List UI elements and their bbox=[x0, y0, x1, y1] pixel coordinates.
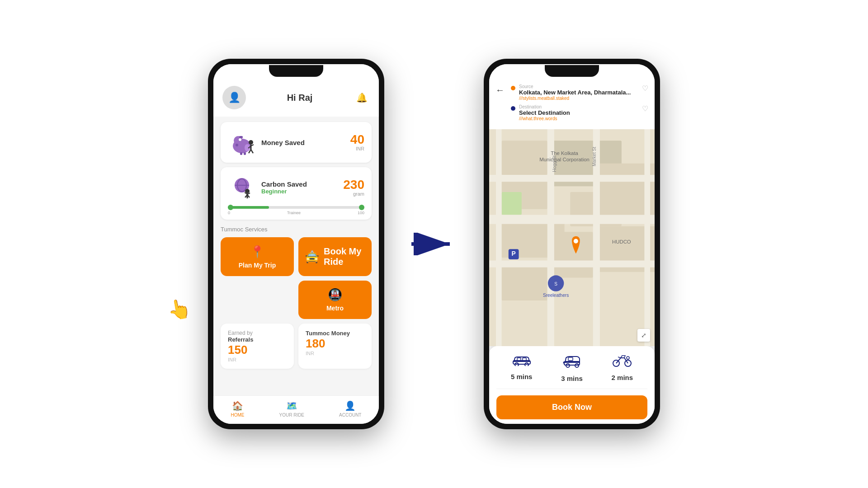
nav-your-ride[interactable]: 🗺️ YOUR RIDE bbox=[279, 400, 304, 418]
right-phone: ← Source Kolkata, New Market Area, Dharm… bbox=[484, 59, 660, 429]
tummoc-money-unit: INR bbox=[306, 351, 364, 356]
tummoc-money-value: 180 bbox=[306, 337, 364, 351]
home-nav-icon: 🏠 bbox=[232, 400, 243, 411]
account-nav-label: ACCOUNT bbox=[339, 413, 361, 418]
destination-heart-icon[interactable]: ♡ bbox=[642, 104, 648, 113]
svg-rect-31 bbox=[502, 266, 547, 300]
referrals-sub: Earned by bbox=[228, 330, 287, 336]
money-illustration bbox=[228, 128, 256, 156]
direction-arrow bbox=[411, 233, 457, 255]
transport-bike[interactable]: 2 mins bbox=[612, 353, 633, 382]
svg-rect-62 bbox=[568, 357, 573, 361]
destination-address[interactable]: Select Destination bbox=[519, 109, 638, 116]
arrow-container bbox=[411, 233, 457, 255]
auto-icon bbox=[561, 353, 582, 371]
nav-account[interactable]: 👤 ACCOUNT bbox=[339, 400, 361, 418]
money-saved-value: 40 bbox=[350, 133, 364, 146]
svg-point-53 bbox=[574, 239, 578, 244]
carbon-sub-label: Beginner bbox=[261, 188, 338, 195]
nav-home[interactable]: 🏠 HOME bbox=[231, 400, 244, 418]
svg-rect-41 bbox=[496, 129, 502, 346]
metro-label: Metro bbox=[326, 305, 344, 312]
tummoc-money-widget: Tummoc Money 180 INR bbox=[298, 324, 372, 369]
destination-dot bbox=[511, 106, 515, 111]
carbon-value: 230 bbox=[343, 178, 364, 191]
money-saved-value-group: 40 INR bbox=[350, 133, 364, 151]
destination-words: ///what.three.words bbox=[519, 116, 638, 121]
book-now-button[interactable]: Book Now bbox=[496, 395, 647, 419]
metro-button[interactable]: 🚇 Metro bbox=[298, 281, 372, 319]
auto-time: 3 mins bbox=[561, 375, 583, 382]
carbon-value-group: 230 gram bbox=[343, 178, 364, 197]
source-label: Source bbox=[519, 84, 638, 89]
plan-my-trip-button[interactable]: 📍 Plan My Trip bbox=[221, 237, 294, 276]
back-button[interactable]: ← bbox=[495, 84, 507, 96]
progress-dot-end bbox=[359, 205, 364, 210]
carbon-label: Carbon Saved bbox=[261, 180, 338, 188]
transport-auto[interactable]: 3 mins bbox=[561, 353, 583, 382]
destination-label: Destination bbox=[519, 104, 638, 109]
left-phone: 👤 Hi Raj 🔔 bbox=[208, 59, 384, 429]
carbon-saved-card: Carbon Saved Beginner 230 gram bbox=[221, 167, 372, 220]
avatar: 👤 bbox=[222, 86, 246, 109]
ride-nav-icon: 🗺️ bbox=[286, 400, 297, 411]
progress-label-0: 0 bbox=[228, 211, 230, 215]
svg-line-11 bbox=[251, 150, 253, 153]
progress-bar-container: 0 Trainee 100 bbox=[228, 206, 364, 215]
referrals-title: Referrals bbox=[228, 336, 287, 343]
bike-icon bbox=[612, 353, 632, 370]
map-area[interactable]: Hogg St Market St The Kolkata Municipal … bbox=[489, 129, 655, 346]
phone-notch-left bbox=[269, 65, 323, 77]
source-info: Source Kolkata, New Market Area, Dharmat… bbox=[519, 84, 638, 101]
money-saved-unit: INR bbox=[356, 146, 364, 151]
services-section-title: Tummoc Services bbox=[221, 226, 372, 233]
home-nav-label: HOME bbox=[231, 413, 244, 418]
transport-car[interactable]: 5 mins bbox=[511, 353, 533, 382]
destination-row: Destination Select Destination ///what.t… bbox=[495, 104, 648, 121]
bottom-nav: 🏠 HOME 🗺️ YOUR RIDE 👤 ACCOUNT bbox=[213, 395, 379, 424]
home-screen: 👤 Hi Raj 🔔 bbox=[213, 64, 379, 424]
book-ride-icon: 🚖 bbox=[305, 250, 319, 264]
metro-icon: 🚇 bbox=[328, 288, 342, 302]
svg-rect-4 bbox=[239, 136, 243, 138]
referrals-widget: Earned by Referrals 150 INR bbox=[221, 324, 294, 369]
source-row: ← Source Kolkata, New Market Area, Dharm… bbox=[495, 84, 648, 101]
progress-bar-bg bbox=[228, 206, 364, 209]
referrals-value: 150 bbox=[228, 343, 287, 357]
svg-text:HUDCO: HUDCO bbox=[612, 239, 631, 244]
svg-text:Sreeleathers: Sreeleathers bbox=[543, 293, 569, 298]
carbon-unit: gram bbox=[353, 191, 364, 197]
svg-text:Municipal Corporation: Municipal Corporation bbox=[539, 157, 590, 162]
progress-label-mid: Trainee bbox=[287, 211, 301, 215]
svg-text:The Kolkata: The Kolkata bbox=[551, 150, 578, 156]
plan-trip-icon: 📍 bbox=[250, 245, 264, 259]
car-time: 5 mins bbox=[511, 373, 533, 380]
account-nav-icon: 👤 bbox=[344, 400, 356, 411]
tummoc-money-title: Tummoc Money bbox=[306, 330, 364, 337]
cursor-hand: 👆 bbox=[165, 296, 193, 322]
book-ride-label: Book My Ride bbox=[324, 246, 365, 267]
services-grid: 📍 Plan My Trip 🚖 Book My Ride 🚇 bbox=[221, 237, 372, 319]
money-saved-label: Money Saved bbox=[261, 139, 345, 146]
source-heart-icon[interactable]: ♡ bbox=[642, 84, 648, 93]
svg-rect-6 bbox=[240, 152, 242, 155]
svg-text:P: P bbox=[512, 250, 516, 257]
progress-dot-start bbox=[228, 205, 233, 210]
right-phone-screen: ← Source Kolkata, New Market Area, Dharm… bbox=[489, 64, 655, 424]
carbon-illustration bbox=[228, 174, 256, 202]
svg-point-3 bbox=[239, 138, 241, 141]
source-address[interactable]: Kolkata, New Market Area, Dharmatala... bbox=[519, 89, 638, 96]
map-screen: ← Source Kolkata, New Market Area, Dharm… bbox=[489, 64, 655, 424]
transport-options: 5 mins bbox=[496, 353, 647, 389]
svg-rect-7 bbox=[244, 152, 246, 155]
ride-nav-label: YOUR RIDE bbox=[279, 413, 304, 418]
car-icon bbox=[511, 353, 532, 369]
bell-icon[interactable]: 🔔 bbox=[354, 89, 370, 106]
svg-text:Market St: Market St bbox=[592, 147, 597, 166]
map-expand-button[interactable]: ⤢ bbox=[637, 329, 650, 342]
phone-notch-right bbox=[545, 65, 599, 77]
book-my-ride-button[interactable]: 🚖 Book My Ride bbox=[298, 237, 372, 276]
svg-rect-38 bbox=[489, 261, 655, 267]
plan-trip-label: Plan My Trip bbox=[239, 262, 276, 269]
progress-bar-fill bbox=[228, 206, 269, 209]
